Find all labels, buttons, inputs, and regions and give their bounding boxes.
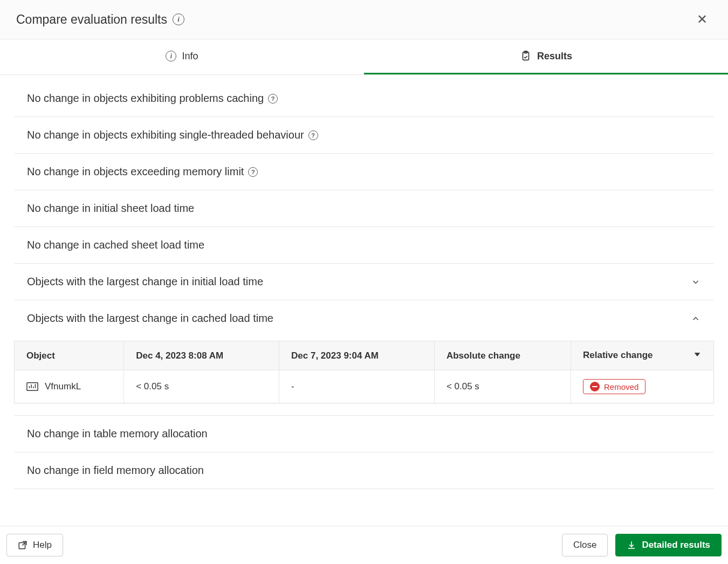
cell-col1: < 0.05 s <box>124 370 279 403</box>
th-relative[interactable]: Relative change <box>571 341 714 370</box>
help-icon[interactable]: ? <box>248 167 258 177</box>
section-field-memory-label: No change in field memory allocation <box>27 464 204 477</box>
content-area: No change in objects exhibiting problems… <box>0 75 728 526</box>
th-col1[interactable]: Dec 4, 2023 8:08 AM <box>124 341 279 370</box>
chevron-down-icon <box>690 277 701 287</box>
section-caching-label: No change in objects exhibiting problems… <box>27 92 264 105</box>
svg-rect-2 <box>27 383 38 391</box>
detailed-results-button[interactable]: Detailed results <box>615 534 722 556</box>
dialog-header: Compare evaluation results i ✕ <box>0 0 728 39</box>
section-table-memory-label: No change in table memory allocation <box>27 428 208 440</box>
clipboard-check-icon <box>520 50 532 62</box>
section-single-threaded[interactable]: No change in objects exhibiting single-t… <box>14 117 714 154</box>
detailed-results-label: Detailed results <box>642 540 710 551</box>
info-icon[interactable]: i <box>173 13 184 25</box>
help-button[interactable]: Help <box>6 534 63 556</box>
largest-cached-table: Object Dec 4, 2023 8:08 AM Dec 7, 2023 9… <box>14 341 714 403</box>
th-absolute[interactable]: Absolute change <box>434 341 571 370</box>
barchart-icon <box>26 382 38 391</box>
removed-badge: Removed <box>583 379 645 394</box>
cell-col2: - <box>279 370 435 403</box>
cell-absolute: < 0.05 s <box>434 370 571 403</box>
help-button-label: Help <box>33 540 52 551</box>
sort-desc-icon <box>693 350 702 361</box>
help-icon[interactable]: ? <box>268 94 278 104</box>
cell-relative: Removed <box>571 370 714 403</box>
chevron-up-icon <box>690 313 701 324</box>
section-initial-sheet[interactable]: No change in initial sheet load time <box>14 190 714 227</box>
dialog-footer: Help Close Detailed results <box>0 526 728 564</box>
download-icon <box>627 540 636 550</box>
tab-info-label: Info <box>182 51 198 62</box>
info-tab-icon: i <box>166 51 176 61</box>
th-col2[interactable]: Dec 7, 2023 9:04 AM <box>279 341 435 370</box>
largest-cached-table-wrap: Object Dec 4, 2023 8:08 AM Dec 7, 2023 9… <box>14 336 714 416</box>
section-table-memory[interactable]: No change in table memory allocation <box>14 416 714 452</box>
removed-text: Removed <box>604 382 638 391</box>
header-title-wrap: Compare evaluation results i <box>16 12 184 27</box>
section-largest-initial[interactable]: Objects with the largest change in initi… <box>14 264 714 300</box>
section-field-memory[interactable]: No change in field memory allocation <box>14 452 714 489</box>
tab-info[interactable]: i Info <box>0 39 364 74</box>
footer-right: Close Detailed results <box>562 534 722 556</box>
removed-icon <box>590 382 600 391</box>
close-button-label: Close <box>573 540 596 551</box>
section-largest-initial-label: Objects with the largest change in initi… <box>27 276 263 288</box>
table-row[interactable]: VfnumkL < 0.05 s - < 0.05 s Removed <box>15 370 714 403</box>
section-caching[interactable]: No change in objects exhibiting problems… <box>14 80 714 117</box>
section-single-threaded-label: No change in objects exhibiting single-t… <box>27 129 304 141</box>
tabs: i Info Results <box>0 39 728 75</box>
section-largest-cached[interactable]: Objects with the largest change in cache… <box>14 300 714 336</box>
section-memory-limit[interactable]: No change in objects exceeding memory li… <box>14 154 714 190</box>
section-memory-limit-label: No change in objects exceeding memory li… <box>27 166 244 178</box>
cell-object: VfnumkL <box>15 370 124 403</box>
table-header-row: Object Dec 4, 2023 8:08 AM Dec 7, 2023 9… <box>15 341 714 370</box>
section-cached-sheet[interactable]: No change in cached sheet load time <box>14 227 714 264</box>
tab-results-label: Results <box>537 51 572 62</box>
section-initial-sheet-label: No change in initial sheet load time <box>27 202 194 215</box>
close-button[interactable]: Close <box>562 534 608 556</box>
section-largest-cached-label: Objects with the largest change in cache… <box>27 312 273 325</box>
cell-object-text: VfnumkL <box>45 381 81 392</box>
section-cached-sheet-label: No change in cached sheet load time <box>27 239 204 251</box>
th-object[interactable]: Object <box>15 341 124 370</box>
close-icon[interactable]: ✕ <box>692 10 712 29</box>
page-title: Compare evaluation results <box>16 12 167 27</box>
tab-results[interactable]: Results <box>364 39 728 74</box>
external-link-icon <box>18 540 28 550</box>
help-icon[interactable]: ? <box>308 130 318 140</box>
